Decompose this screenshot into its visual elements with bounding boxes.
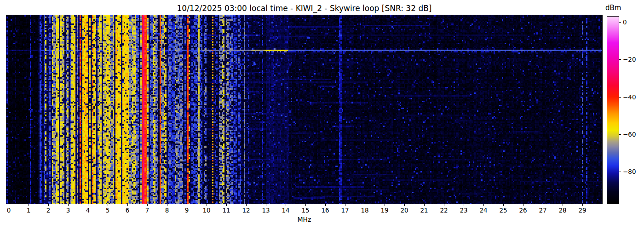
x-tick [9, 204, 9, 206]
colorbar-tick [619, 97, 621, 98]
x-tick [108, 204, 108, 206]
x-tick-label: 14 [276, 207, 295, 214]
colorbar-tick-label: −60 [623, 130, 636, 138]
x-tick-label: 6 [118, 207, 137, 214]
x-tick-label: 15 [296, 207, 315, 214]
x-tick-label: 13 [257, 207, 275, 214]
x-tick-label: 2 [39, 207, 58, 214]
x-tick [187, 204, 187, 206]
x-tick [325, 204, 326, 206]
colorbar-tick-label: −40 [623, 93, 636, 101]
x-tick-label: 7 [138, 207, 156, 214]
x-tick [167, 204, 167, 206]
x-tick-label: 11 [217, 207, 236, 214]
x-tick [226, 204, 227, 206]
x-tick-label: 28 [553, 207, 572, 214]
x-tick-label: 12 [237, 207, 255, 214]
x-tick [424, 204, 425, 206]
colorbar-tick [619, 59, 621, 60]
x-tick [543, 204, 543, 206]
colorbar-tick-label: −20 [623, 55, 636, 63]
x-tick [48, 204, 49, 206]
colorbar [607, 16, 619, 204]
x-tick [266, 204, 266, 206]
plot-area [6, 15, 603, 204]
x-tick [444, 204, 444, 206]
x-tick [464, 204, 464, 206]
spectrogram-figure: 10/12/2025 03:00 local time - KIWI_2 - S… [0, 0, 644, 230]
x-tick [286, 204, 286, 206]
x-tick-label: 1 [19, 207, 38, 214]
x-tick [385, 204, 385, 206]
x-tick-label: 23 [454, 207, 473, 214]
x-tick-label: 29 [573, 207, 592, 214]
x-tick [523, 204, 523, 206]
x-tick [483, 204, 484, 206]
x-tick-label: 25 [494, 207, 512, 214]
x-tick-label: 24 [474, 207, 493, 214]
colorbar-canvas [607, 17, 619, 203]
x-tick [582, 204, 583, 206]
x-tick-label: 20 [395, 207, 414, 214]
x-tick-label: 4 [79, 207, 97, 214]
chart-title: 10/12/2025 03:00 local time - KIWI_2 - S… [6, 4, 602, 13]
x-tick-label: 5 [98, 207, 117, 214]
colorbar-tick [619, 22, 621, 23]
x-tick [305, 204, 306, 206]
x-tick-label: 18 [356, 207, 374, 214]
x-tick [207, 204, 207, 206]
x-tick-label: 8 [158, 207, 176, 214]
x-tick [246, 204, 247, 206]
colorbar-tick [619, 134, 621, 135]
x-tick-label: 26 [514, 207, 532, 214]
x-tick-label: 9 [178, 207, 196, 214]
x-tick [404, 204, 405, 206]
x-tick-label: 22 [435, 207, 453, 214]
colorbar-tick-label: 0 [623, 18, 627, 26]
x-axis-label: MHz [6, 216, 602, 223]
x-tick [365, 204, 365, 206]
x-tick-label: 17 [336, 207, 354, 214]
colorbar-tick [619, 172, 621, 172]
x-tick [88, 204, 88, 206]
x-tick [68, 204, 69, 206]
x-tick-label: 27 [534, 207, 552, 214]
x-tick [563, 204, 563, 206]
spectrogram-canvas [6, 15, 602, 204]
x-tick [127, 204, 128, 206]
x-tick [29, 204, 29, 206]
x-tick-label: 16 [316, 207, 334, 214]
x-tick [503, 204, 504, 206]
x-tick-label: 3 [59, 207, 77, 214]
x-tick-label: 21 [415, 207, 433, 214]
x-tick-label: 10 [197, 207, 216, 214]
x-tick [147, 204, 148, 206]
colorbar-unit-label: dBm [605, 4, 621, 12]
colorbar-tick-label: −80 [623, 167, 636, 176]
x-tick [345, 204, 345, 206]
x-tick-label: 19 [375, 207, 394, 214]
x-tick-label: 0 [0, 207, 18, 214]
